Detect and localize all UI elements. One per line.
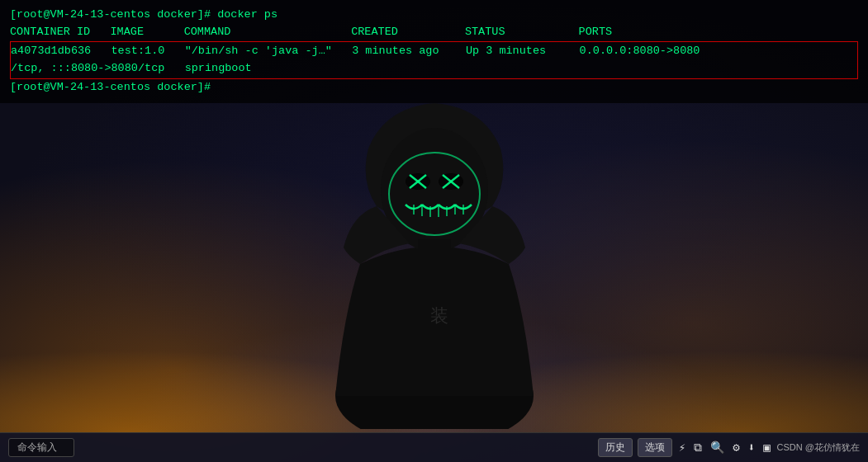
bottom-right-section: 历史 选项 ⚡ ⧉ 🔍 ⚙ ⬇ ▣ CSDN @花仿情犹在 bbox=[598, 438, 860, 457]
svg-text:装: 装 bbox=[430, 305, 448, 326]
terminal-panel: [root@VM-24-13-centos docker]# docker ps… bbox=[0, 0, 868, 103]
command-input-label[interactable]: 命令输入 bbox=[8, 438, 74, 457]
container-row-highlight: a4073d1db636 test:1.0 "/bin/sh -c 'java … bbox=[10, 41, 858, 79]
bottom-left-section: 命令输入 bbox=[8, 438, 74, 457]
terminal-icon[interactable]: ▣ bbox=[761, 441, 771, 455]
terminal-prompt-line1: [root@VM-24-13-centos docker]# docker ps bbox=[10, 7, 858, 24]
options-button[interactable]: 选项 bbox=[638, 438, 672, 457]
settings-icon[interactable]: ⚙ bbox=[731, 441, 741, 455]
container-row-line1: a4073d1db636 test:1.0 "/bin/sh -c 'java … bbox=[11, 45, 700, 57]
container-row-line2: /tcp, :::8080->8080/tcp springboot bbox=[11, 62, 252, 74]
bottom-toolbar: 命令输入 历史 选项 ⚡ ⧉ 🔍 ⚙ ⬇ ▣ CSDN @花仿情犹在 bbox=[0, 432, 868, 462]
search-icon[interactable]: 🔍 bbox=[709, 441, 726, 455]
download-icon[interactable]: ⬇ bbox=[747, 441, 757, 455]
lightning-icon[interactable]: ⚡ bbox=[677, 441, 687, 455]
copy-icon[interactable]: ⧉ bbox=[692, 441, 704, 455]
terminal-prompt-line2: [root@VM-24-13-centos docker]# bbox=[10, 79, 858, 97]
figure-silhouette: 装 bbox=[277, 82, 591, 429]
svg-rect-2 bbox=[418, 239, 451, 264]
history-button[interactable]: 历史 bbox=[598, 438, 633, 457]
terminal-header-line1: CONTAINER ID IMAGE COMMAND CREATED STATU… bbox=[10, 24, 858, 41]
csdn-watermark: CSDN @花仿情犹在 bbox=[777, 441, 860, 454]
